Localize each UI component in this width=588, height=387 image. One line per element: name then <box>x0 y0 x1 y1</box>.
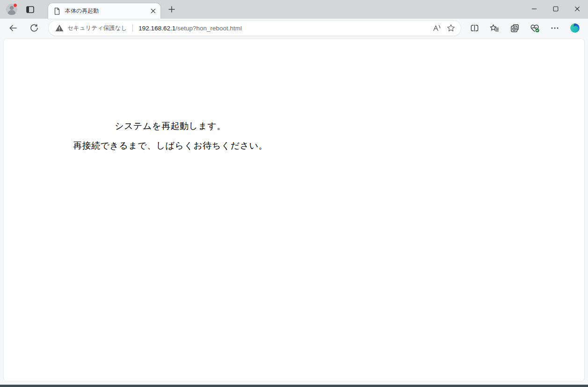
split-screen-icon <box>470 24 479 32</box>
security-label[interactable]: セキュリティ保護なし <box>67 24 127 32</box>
split-screen-button[interactable] <box>466 21 483 36</box>
title-bar: 本体の再起動 <box>0 0 588 19</box>
read-aloud-icon <box>433 24 442 32</box>
read-aloud-button[interactable] <box>430 21 444 35</box>
more-dots-icon <box>551 27 559 29</box>
url-domain: 192.168.62.1 <box>138 25 175 32</box>
star-icon <box>447 24 455 32</box>
window-close-icon <box>574 6 580 12</box>
close-button[interactable] <box>566 0 588 18</box>
navigation-toolbar: セキュリティ保護なし 192.168.62.1/setup?hon_reboot… <box>0 19 588 37</box>
settings-more-button[interactable] <box>546 21 563 36</box>
url-separator <box>132 24 133 32</box>
tab-title: 本体の再起動 <box>65 7 148 15</box>
new-tab-button[interactable] <box>165 2 179 16</box>
browser-essentials-button[interactable] <box>526 21 543 36</box>
window-bottom-edge <box>0 385 588 387</box>
back-arrow-icon <box>9 24 17 32</box>
workspaces-icon <box>26 5 35 14</box>
tab-close-button[interactable] <box>148 7 158 16</box>
minimize-icon <box>531 6 537 12</box>
favorite-star-button[interactable] <box>444 21 458 35</box>
reboot-message: システムを再起動します。 再接続できるまで、しばらくお待ちください。 <box>4 39 337 151</box>
copilot-button[interactable] <box>566 21 583 36</box>
content-frame: システムを再起動します。 再接続できるまで、しばらくお待ちください。 <box>0 37 588 385</box>
maximize-icon <box>553 6 559 12</box>
refresh-button[interactable] <box>27 21 42 36</box>
browser-window: 本体の再起動 <box>0 0 588 387</box>
copilot-icon <box>569 22 581 34</box>
favorites-bar-icon <box>490 24 499 32</box>
back-button[interactable] <box>6 21 21 36</box>
plus-icon <box>168 6 175 13</box>
address-bar[interactable]: セキュリティ保護なし 192.168.62.1/setup?hon_reboot… <box>48 20 461 36</box>
toolbar-right-actions <box>466 21 583 36</box>
warning-triangle-icon <box>55 24 64 32</box>
reboot-message-line2: 再接続できるまで、しばらくお待ちください。 <box>4 140 337 151</box>
page-favicon-icon <box>53 7 61 15</box>
page-content: システムを再起動します。 再接続できるまで、しばらくお待ちください。 <box>3 38 585 381</box>
url-path: /setup?hon_reboot.html <box>175 25 242 32</box>
favorites-bar-button[interactable] <box>486 21 503 36</box>
tab-actions-button[interactable] <box>22 1 38 17</box>
refresh-icon <box>30 24 38 32</box>
browser-tab[interactable]: 本体の再起動 <box>48 3 160 19</box>
profile-button[interactable] <box>4 1 20 17</box>
collections-icon <box>510 24 519 33</box>
url-text[interactable]: 192.168.62.1/setup?hon_reboot.html <box>138 25 430 32</box>
minimize-button[interactable] <box>523 0 545 18</box>
browser-essentials-icon <box>530 24 540 33</box>
notification-dot <box>13 3 17 7</box>
collections-button[interactable] <box>506 21 523 36</box>
maximize-button[interactable] <box>545 0 566 18</box>
reboot-message-line1: システムを再起動します。 <box>4 121 337 132</box>
close-icon <box>151 8 156 14</box>
window-controls <box>523 0 588 19</box>
